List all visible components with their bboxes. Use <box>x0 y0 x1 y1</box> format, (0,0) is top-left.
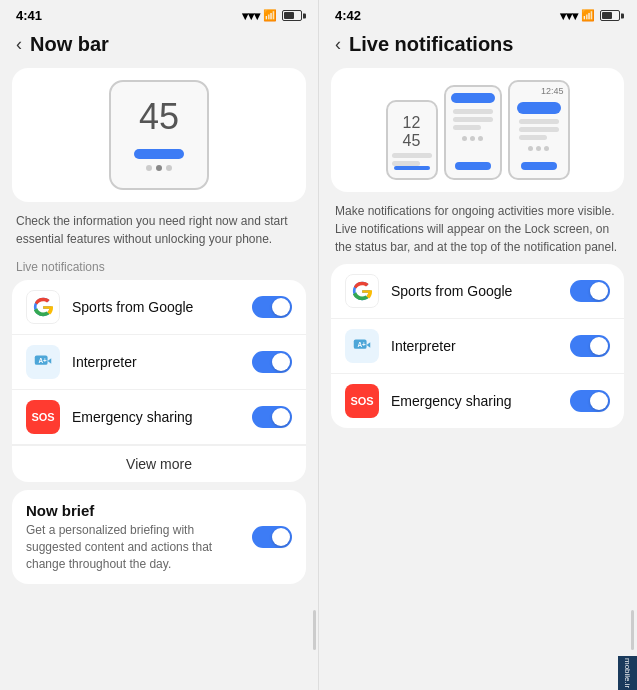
list-item-sports-left: Sports from Google <box>12 280 306 335</box>
right-panel: 4:42 ▾▾▾ 📶 ‹ Live notifications 1245 <box>318 0 636 690</box>
description-right: Make notifications for ongoing activitie… <box>319 200 636 264</box>
ln-dot-3 <box>478 136 483 141</box>
list-item-emergency-left: SOS Emergency sharing <box>12 390 306 445</box>
status-bar-right: 4:42 ▾▾▾ 📶 <box>319 0 636 27</box>
signal-icon-left: ▾▾▾ <box>242 9 260 23</box>
scrollbar-left <box>313 610 316 650</box>
watermark: mobile.ir <box>618 656 637 690</box>
header-right: ‹ Live notifications <box>319 27 636 64</box>
now-brief-title: Now brief <box>26 502 242 519</box>
livenotif-time-small: 12:45 <box>541 86 564 96</box>
ln-status-notif <box>451 93 495 103</box>
livenotif-time-1: 1245 <box>403 114 421 149</box>
ln-pill-2 <box>455 162 491 170</box>
battery-icon-left <box>282 10 302 21</box>
ln-notif-bar <box>517 102 561 114</box>
livenotif-illustration: 1245 <box>331 68 624 192</box>
view-more-label-left: View more <box>126 456 192 472</box>
emergency-icon-right: SOS <box>345 384 379 418</box>
nowbar-dot-1 <box>146 165 152 171</box>
ln-line-4 <box>453 117 493 122</box>
page-title-right: Live notifications <box>349 33 513 56</box>
toggle-sports-left[interactable] <box>252 296 292 318</box>
livenotif-phones: 1245 <box>386 80 570 180</box>
view-more-row-left[interactable]: View more <box>12 445 306 482</box>
now-brief-card: Now brief Get a personalized briefing wi… <box>12 490 306 584</box>
now-brief-text: Now brief Get a personalized briefing wi… <box>26 502 242 572</box>
sos-label-right: SOS <box>350 395 373 407</box>
toggle-sports-right[interactable] <box>570 280 610 302</box>
toggle-interpreter-left[interactable] <box>252 351 292 373</box>
page-title-left: Now bar <box>30 33 109 56</box>
left-panel: 4:41 ▾▾▾ 📶 ‹ Now bar 45 Check the inform… <box>0 0 318 690</box>
items-card-left: Sports from Google A+ Interpreter SOS Em… <box>12 280 306 482</box>
now-brief-desc: Get a personalized briefing with suggest… <box>26 522 242 572</box>
emergency-icon-left: SOS <box>26 400 60 434</box>
livenotif-lines-2 <box>453 109 493 130</box>
nowbar-illustration: 45 <box>12 68 306 202</box>
item-label-emergency-left: Emergency sharing <box>72 409 252 425</box>
list-item-interpreter-left: A+ Interpreter <box>12 335 306 390</box>
item-label-interpreter-left: Interpreter <box>72 354 252 370</box>
item-label-interpreter-right: Interpreter <box>391 338 570 354</box>
ln-line-7 <box>519 127 559 132</box>
interpreter-icon-left: A+ <box>26 345 60 379</box>
nowbar-phone-mockup: 45 <box>109 80 209 190</box>
ln-pill-3 <box>521 162 557 170</box>
signal-icon-right: ▾▾▾ <box>560 9 578 23</box>
description-left: Check the information you need right now… <box>0 210 318 256</box>
ln-line-3 <box>453 109 493 114</box>
google-icon-right <box>345 274 379 308</box>
ln-dot-1 <box>462 136 467 141</box>
google-icon-left <box>26 290 60 324</box>
toggle-interpreter-right[interactable] <box>570 335 610 357</box>
header-left: ‹ Now bar <box>0 27 318 64</box>
list-item-emergency-right: SOS Emergency sharing <box>331 374 624 428</box>
wifi-icon-right: 📶 <box>581 9 595 22</box>
list-item-sports-right: Sports from Google <box>331 264 624 319</box>
back-button-right[interactable]: ‹ <box>335 34 341 55</box>
item-label-emergency-right: Emergency sharing <box>391 393 570 409</box>
item-label-sports-right: Sports from Google <box>391 283 570 299</box>
toggle-emergency-right[interactable] <box>570 390 610 412</box>
time-right: 4:42 <box>335 8 361 23</box>
battery-icon-right <box>600 10 620 21</box>
ln-dots-3 <box>528 146 549 151</box>
ln-dots-2 <box>462 136 483 141</box>
ln-line-6 <box>519 119 559 124</box>
scrollbar-right <box>631 610 634 650</box>
livenotif-lines-1 <box>392 153 432 166</box>
livenotif-phone-3: 12:45 <box>508 80 570 180</box>
livenotif-lines-3 <box>519 119 559 140</box>
livenotif-phone-2 <box>444 85 502 180</box>
items-card-right: Sports from Google A+ Interpreter SOS Em… <box>331 264 624 428</box>
list-item-interpreter-right: A+ Interpreter <box>331 319 624 374</box>
time-left: 4:41 <box>16 8 42 23</box>
status-icons-right: ▾▾▾ 📶 <box>560 9 620 23</box>
ln-pill-1 <box>394 166 430 170</box>
nowbar-dot-2 <box>156 165 162 171</box>
nowbar-number: 45 <box>139 99 179 135</box>
livenotif-phone-1: 1245 <box>386 100 438 180</box>
svg-text:A+: A+ <box>38 357 47 364</box>
interpreter-icon-right: A+ <box>345 329 379 363</box>
ln-dot-2 <box>470 136 475 141</box>
ln-dot-4 <box>528 146 533 151</box>
status-bar-left: 4:41 ▾▾▾ 📶 <box>0 0 318 27</box>
toggle-emergency-left[interactable] <box>252 406 292 428</box>
nowbar-pill <box>134 149 184 159</box>
back-button-left[interactable]: ‹ <box>16 34 22 55</box>
nowbar-dot-3 <box>166 165 172 171</box>
ln-line-5 <box>453 125 481 130</box>
ln-dot-6 <box>544 146 549 151</box>
svg-text:A+: A+ <box>357 341 366 348</box>
status-icons-left: ▾▾▾ 📶 <box>242 9 302 23</box>
nowbar-dots <box>146 165 172 171</box>
ln-dot-5 <box>536 146 541 151</box>
item-label-sports-left: Sports from Google <box>72 299 252 315</box>
section-label-left: Live notifications <box>0 256 318 280</box>
ln-line-1 <box>392 153 432 158</box>
sos-label-left: SOS <box>31 411 54 423</box>
wifi-icon-left: 📶 <box>263 9 277 22</box>
toggle-brief[interactable] <box>252 526 292 548</box>
